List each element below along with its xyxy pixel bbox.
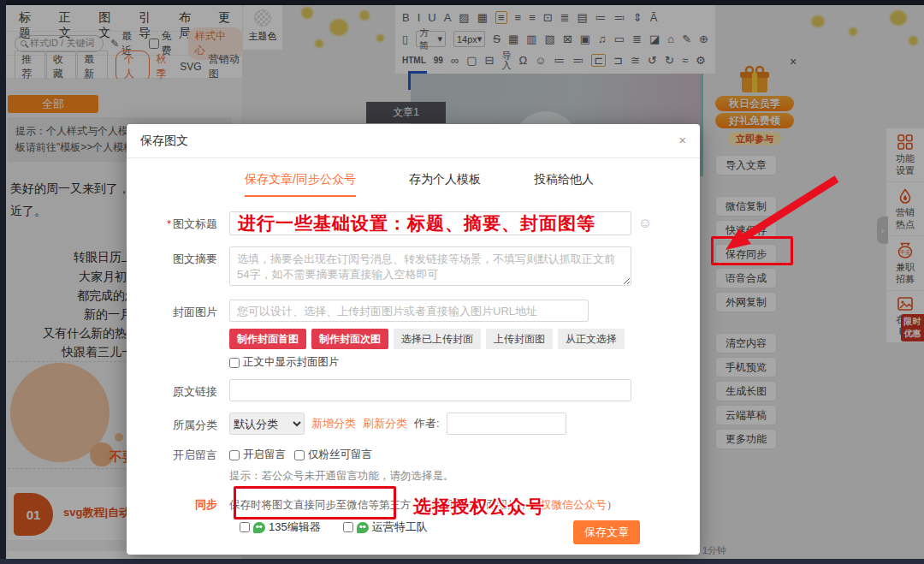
fans-only-input[interactable] — [294, 450, 305, 460]
window-bottom-edge — [0, 559, 924, 564]
category-row: 所属分类 默认分类 新增分类 刷新分类 作者: — [145, 413, 666, 435]
enable-comment-checkbox[interactable]: 开启留言 — [229, 448, 286, 462]
tab-save-sync[interactable]: 保存文章/同步公众号 — [245, 172, 356, 197]
fans-only-checkbox[interactable]: 仅粉丝可留言 — [294, 448, 372, 462]
modal-title: 保存图文 — [140, 134, 188, 147]
cover-make-button[interactable]: 制作封面首图 — [229, 329, 306, 349]
account-checkbox-input[interactable] — [240, 522, 250, 532]
source-link-input[interactable] — [229, 379, 631, 401]
author-label: 作者: — [414, 416, 440, 431]
article-summary-input[interactable] — [229, 246, 631, 286]
tab-save-template[interactable]: 存为个人模板 — [409, 172, 481, 197]
modal-header: 保存图文 × — [127, 124, 700, 158]
tab-submit-others[interactable]: 投稿给他人 — [534, 172, 594, 197]
account-checkbox-input[interactable] — [343, 522, 353, 532]
cover-row: 封面图片 制作封面首图制作封面次图 选择已上传封面上传封面图从正文选择 正文中显… — [145, 300, 666, 370]
refresh-category-link[interactable]: 刷新分类 — [363, 416, 407, 431]
source-link-row: 原文链接 — [145, 379, 666, 401]
show-cover-in-body-checkbox[interactable]: 正文中显示封面图片 — [229, 355, 666, 370]
cover-make-button[interactable]: 制作封面次图 — [311, 329, 388, 349]
close-icon[interactable]: × — [678, 133, 686, 147]
category-select[interactable]: 默认分类 — [229, 413, 305, 435]
enable-comment-input[interactable] — [229, 450, 240, 460]
summary-row: 图文摘要 — [145, 246, 666, 288]
add-category-link[interactable]: 新增分类 — [311, 416, 356, 431]
wechat-icon — [357, 522, 369, 533]
authorize-wechat-link[interactable]: 授权微信公众号 — [529, 498, 607, 511]
cover-select-button[interactable]: 上传封面图 — [486, 329, 553, 349]
app-window: 标题 正文 图文 引导 布局 更多 样式ID / 关键词 ✎最近 免费 样式中心… — [0, 0, 924, 564]
author-input[interactable] — [447, 413, 566, 435]
sync-description: 保存时将图文直接同步至微信等第三方（需要设置好封面图片，授权微信公众号） — [229, 492, 666, 513]
article-title-input[interactable] — [229, 211, 631, 235]
cover-image-input[interactable] — [229, 300, 589, 322]
wechat-icon — [253, 522, 265, 533]
cover-select-button[interactable]: 选择已上传封面 — [394, 329, 481, 349]
sync-account-yunying[interactable]: 运营特工队 — [343, 519, 428, 535]
title-row: *图文标题 ☺ — [145, 211, 666, 235]
sync-account-135editor[interactable]: 135编辑器 — [240, 519, 321, 535]
emoji-icon[interactable]: ☺ — [638, 216, 652, 231]
save-article-modal: 保存图文 × 保存文章/同步公众号 存为个人模板 投稿给他人 *图文标题 ☺ 图… — [127, 124, 700, 555]
save-article-button[interactable]: 保存文章 — [573, 520, 640, 544]
modal-form: *图文标题 ☺ 图文摘要 封面图片 — [127, 197, 700, 535]
comment-hint: 提示：若公众号未开通留言功能，请勿选择是。 — [229, 469, 666, 484]
cover-select-button[interactable]: 从正文选择 — [558, 329, 625, 349]
comment-row: 开启留言 开启留言 仅粉丝可留言 提示：若公众号未开通留言功能，请勿选择是。 — [145, 448, 666, 484]
required-mark: * — [167, 217, 171, 230]
show-cover-checkbox-input[interactable] — [229, 358, 240, 368]
modal-tabs: 保存文章/同步公众号 存为个人模板 投稿给他人 — [127, 172, 700, 197]
